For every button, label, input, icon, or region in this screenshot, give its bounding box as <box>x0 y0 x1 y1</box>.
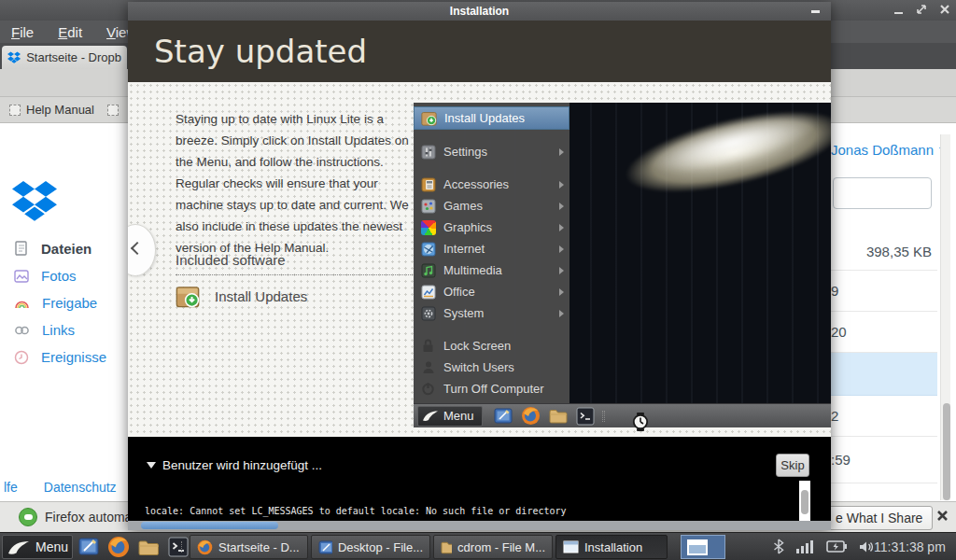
window-close-icon[interactable] <box>939 4 950 15</box>
accessories-icon <box>421 177 436 192</box>
workspace-pager[interactable] <box>681 535 725 559</box>
file-row[interactable]: 20 <box>831 312 937 353</box>
files-icon <box>14 241 29 257</box>
file-meta: 2 <box>831 408 838 424</box>
taskbar-clock[interactable]: 11:31:38 pm <box>874 539 946 554</box>
skip-label: Skip <box>780 458 804 472</box>
file-meta: 9 <box>831 283 838 299</box>
sidebar-item-dateien[interactable]: Dateien <box>14 235 126 262</box>
task-installation[interactable]: Installation <box>555 535 668 559</box>
log-scrollbar[interactable] <box>799 481 810 521</box>
share-settings-button[interactable]: e What I Share <box>825 506 933 530</box>
bluetooth-icon[interactable] <box>773 539 784 554</box>
sidebar-label: Fotos <box>41 268 77 284</box>
bookmark-label: Help Manual <box>26 103 94 117</box>
menu-item-office[interactable]: Office <box>414 281 569 302</box>
lock-screen-icon <box>422 339 434 353</box>
menu-item-settings[interactable]: Settings <box>414 141 569 162</box>
menu-button-label: Menu <box>443 409 474 423</box>
menu-item-label: Multimedia <box>443 263 502 277</box>
multimedia-icon <box>421 263 436 278</box>
folder-launcher-icon[interactable] <box>138 539 160 556</box>
skip-button[interactable]: Skip <box>776 454 809 477</box>
menu-item-label: Internet <box>443 242 485 256</box>
menu-item-switch-users[interactable]: Switch Users <box>414 357 569 378</box>
installer-status-row[interactable]: Benutzer wird hinzugefügt ... <box>147 458 322 472</box>
log-scrollbar-thumb[interactable] <box>801 490 808 514</box>
menu-item-system[interactable]: System <box>414 302 569 324</box>
collapse-arrow-icon[interactable] <box>147 462 156 469</box>
log-line: locale: Cannot set LC_MESSAGES to defaul… <box>145 505 567 517</box>
install-progress-bar <box>128 521 831 530</box>
bookmark-item[interactable] <box>107 105 119 116</box>
install-progress-fill <box>141 522 278 529</box>
menu-edit[interactable]: Edit <box>58 24 82 40</box>
file-row[interactable]: 9 <box>831 271 937 312</box>
taskbar-menu-button[interactable]: Menu <box>2 535 73 559</box>
page-input[interactable] <box>833 177 932 209</box>
sidebar-label: Ereignisse <box>41 349 106 365</box>
photos-icon <box>14 269 29 284</box>
notification-close-icon[interactable] <box>935 509 949 523</box>
menu-item-games[interactable]: Games <box>414 195 569 217</box>
file-row[interactable]: :59 <box>831 437 937 483</box>
included-software-item: Install Updates <box>176 284 307 308</box>
links-icon <box>14 324 30 337</box>
sidebar-item-links[interactable]: Links <box>14 316 126 343</box>
file-row[interactable]: 2 <box>831 396 937 437</box>
slide-body: Staying up to date with Linux Lite is a … <box>128 82 831 437</box>
menu-item-label: Lock Screen <box>443 339 511 353</box>
task-desktop[interactable]: Desktop - File... <box>311 535 430 559</box>
sidebar-item-ereignisse[interactable]: Ereignisse <box>14 343 126 371</box>
file-row[interactable]: 398,35 KB <box>831 233 937 271</box>
menu-item-accessories[interactable]: Accessories <box>414 174 569 195</box>
menu-item-lock-screen[interactable]: Lock Screen <box>414 335 569 357</box>
menu-item-label: Accessories <box>443 177 509 191</box>
menu-item-internet[interactable]: Internet <box>414 238 569 259</box>
sidebar-label: Links <box>42 322 75 338</box>
window-maximize-icon[interactable] <box>916 4 927 15</box>
page-scrollbar[interactable] <box>940 134 950 500</box>
menu-item-label: Install Updates <box>444 111 525 125</box>
task-label: cdrom - File M... <box>457 540 545 554</box>
submenu-arrow-icon <box>559 203 564 210</box>
menu-file[interactable]: File <box>11 24 34 40</box>
footer-link-datenschutz[interactable]: Datenschutz <box>44 480 117 495</box>
minimize-icon[interactable] <box>811 10 820 13</box>
firefox-launcher-icon[interactable] <box>107 536 130 558</box>
display-settings-launcher-icon[interactable] <box>78 537 99 557</box>
window-minimize-icon[interactable] <box>893 5 904 15</box>
sidebar-item-fotos[interactable]: Fotos <box>14 262 126 289</box>
dropbox-logo <box>12 181 57 222</box>
system-icon <box>421 306 436 321</box>
slide-paragraph: Staying up to date with Linux Lite is a … <box>176 109 426 259</box>
internet-icon <box>421 242 436 257</box>
task-cdrom[interactable]: cdrom - File M... <box>433 535 553 559</box>
account-name: Jonas Doßmann <box>831 142 934 158</box>
bookmark-help-manual[interactable]: Help Manual <box>9 103 94 117</box>
menu-item-multimedia[interactable]: Multimedia <box>414 259 569 281</box>
menu-item-turn-off[interactable]: Turn Off Computer <box>414 378 569 399</box>
app-menu-panel: Install Updates Settings Accessories Gam… <box>414 103 569 403</box>
terminal-launcher-icon[interactable] <box>168 537 189 557</box>
browser-tab[interactable]: Startseite - Dropb <box>2 46 127 69</box>
screenshot-menu-button: Menu <box>417 406 483 427</box>
linux-lite-feather-icon <box>7 539 30 555</box>
submenu-arrow-icon <box>559 267 564 274</box>
settings-icon <box>421 145 436 160</box>
sidebar-item-freigabe[interactable]: Freigabe <box>14 289 126 316</box>
games-icon <box>421 199 436 214</box>
previous-slide-button[interactable] <box>128 224 156 276</box>
installer-titlebar[interactable]: Installation <box>128 2 831 21</box>
panel-grip <box>602 411 605 422</box>
file-row-selected[interactable] <box>831 353 937 396</box>
task-startseite[interactable]: Startseite - D... <box>190 535 308 559</box>
footer-link-hilfe[interactable]: lfe <box>4 480 18 495</box>
menu-item-install-updates[interactable]: Install Updates <box>414 106 569 130</box>
battery-icon[interactable] <box>826 540 847 553</box>
firefox-icon <box>521 406 541 426</box>
network-signal-icon[interactable] <box>796 539 814 553</box>
menu-item-graphics[interactable]: Graphics <box>414 217 569 238</box>
account-menu[interactable]: Jonas Doßmann <box>831 142 943 158</box>
scrollbar-thumb[interactable] <box>943 403 950 500</box>
